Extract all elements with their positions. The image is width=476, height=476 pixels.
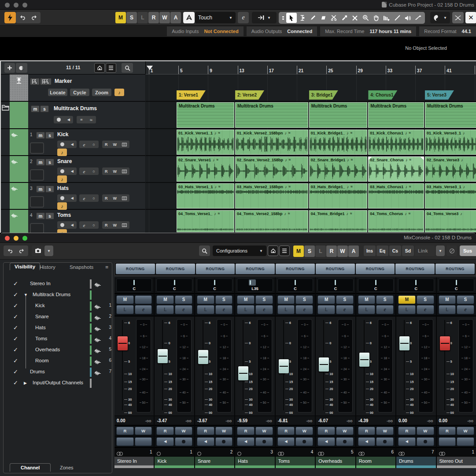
edit-channel-button[interactable]: e [417,305,434,314]
hand-tool[interactable] [371,13,381,23]
activate-project-button[interactable] [4,12,16,23]
gain-value[interactable]: 0.00 [117,418,125,423]
channel-visibility-label[interactable]: Input/Output Channels [33,380,83,385]
routing-rack-header[interactable]: ROUTING [196,264,235,274]
audio-event[interactable]: 02_Snare_Verse1♪≈ [177,156,234,182]
folder-event[interactable]: Multitrack Drums [235,102,308,128]
edit-channel-button[interactable]: e [255,305,273,314]
combine-tool[interactable] [280,13,286,23]
marker-zoom-button[interactable]: Zoom [92,89,111,96]
audio-event[interactable]: 02_Snare_Bridge1♪≈ [309,156,368,182]
read-automation-button[interactable]: R [277,427,295,435]
tab-snapshots[interactable]: Snapshots [70,264,93,270]
monitor-button[interactable]: ◀ [197,437,214,446]
insert-bypass-icon[interactable]: ○ [92,196,95,201]
record-enable-button[interactable] [417,437,434,446]
time-warp-tool[interactable] [413,13,424,23]
write-automation-button[interactable]: W [417,427,434,435]
erase-tool[interactable] [318,13,328,23]
channel-visibility-label[interactable]: Kick [35,303,45,308]
redo-button[interactable] [16,246,26,256]
autoscroll-button[interactable]: ▼ [252,12,277,23]
record-enable-icon[interactable] [57,118,61,122]
line-tool[interactable] [392,13,402,23]
automation-s-button[interactable]: S [126,12,137,23]
close-window-icon[interactable] [5,236,10,241]
routing-rack-header[interactable]: ROUTING [276,264,315,274]
mute-button[interactable]: M [439,295,456,305]
audio-event[interactable]: 01_Kick_Chorus1♪≈ [368,130,424,155]
edit-channel-icon[interactable]: e [83,196,85,201]
record-enable-button[interactable] [336,437,354,446]
visibility-item[interactable]: ✓Toms4 [4,334,112,345]
fader-handle[interactable] [157,349,168,364]
rack-filter-ins-button[interactable]: Ins [364,245,376,256]
visibility-item[interactable]: ✓Snare2 [4,312,112,323]
fader-handle[interactable] [439,336,450,351]
track-name[interactable]: Toms [57,212,71,218]
auto-fade-button[interactable]: ✕ [465,12,476,23]
zoom-window-icon[interactable] [22,236,27,241]
read-automation-icon[interactable]: R [105,169,108,174]
mute-button[interactable]: M [197,295,214,305]
edit-channel-button[interactable]: e [376,305,394,314]
search-channels-button[interactable] [199,245,210,256]
routing-rack-header[interactable]: ROUTING [116,264,155,274]
mute-track-button[interactable]: m [36,186,45,193]
track-name[interactable]: Snare [57,158,72,164]
snapshot-menu-button[interactable]: ▼ [44,245,53,256]
audio-event[interactable]: 03_Hats_Bridge1_♪≈ [309,183,368,208]
expand-icon[interactable]: ▶ [24,381,27,385]
listen-button[interactable]: L [156,305,174,314]
automation-s-button[interactable]: S [304,245,315,257]
edit-channel-button[interactable]: e [336,305,354,314]
fader-handle[interactable] [399,336,410,351]
track-row-hats[interactable]: 3msHats◀e○RW♪ [1,183,145,210]
mute-track-button[interactable]: m [36,159,45,166]
read-automation-button[interactable]: R [439,427,456,435]
audio-event[interactable]: 01_Kick_Verse2_158bpn♪≈ [235,130,308,155]
selection-handle[interactable] [421,157,424,160]
visibility-item[interactable]: ✓▼Multitrack Drums [4,290,112,301]
fader-handle[interactable] [278,359,289,374]
glue-tool[interactable] [339,13,350,23]
write-automation-button[interactable]: W [376,427,394,435]
solo-button[interactable] [135,295,152,305]
solo-track-button[interactable]: s [45,159,54,166]
listen-button[interactable]: L [277,305,295,314]
visibility-checkmark[interactable]: ✓ [13,313,18,320]
mute-track-button[interactable]: m [31,105,40,112]
visibility-item[interactable]: ✓Stereo In [4,279,112,290]
audio-event[interactable]: 02_Snare_Verse2_158bp♪≈ [235,156,308,182]
read-automation-button[interactable]: R [398,427,416,435]
insert-bypass-icon[interactable]: ○ [92,169,95,174]
automation-panel-button[interactable] [183,12,195,23]
solo-button[interactable]: S [417,295,434,305]
add-marker-button[interactable] [30,78,40,85]
channel-visibility-label[interactable]: Snare [35,314,49,319]
mute-tool[interactable] [350,13,360,23]
read-automation-button[interactable]: R [317,427,335,435]
read-automation-icon[interactable]: R [105,142,108,147]
audio-event[interactable]: 03_Hats_Verse2_158bpn♪≈ [235,183,308,208]
musical-timebase-button[interactable]: ♪ [114,89,124,96]
cycle-marker[interactable]: 1: Verse1 [177,90,206,100]
undo-button[interactable] [18,13,28,23]
mute-button[interactable]: M [277,295,295,305]
link-menu-button[interactable]: ▼ [436,245,445,256]
phase-coherent-icon[interactable]: ≈ [90,117,92,123]
solo-track-button[interactable]: s [45,132,54,139]
gain-value[interactable]: -9.59 [237,418,247,423]
automation-w-button[interactable]: W [159,12,170,23]
visibility-item[interactable]: ✓▶Input/Output Channels [4,378,112,389]
redo-button[interactable] [28,13,39,23]
automation-w-button[interactable]: W [337,245,348,257]
routing-rack-header[interactable]: ROUTING [156,264,195,274]
solo-button[interactable]: S [295,295,313,305]
audio-event[interactable]: 04_Toms_Chorus♪≈ [368,210,424,232]
mute-button[interactable]: M [237,295,255,305]
link-button[interactable]: Link [415,245,435,256]
record-enable-icon[interactable] [60,169,64,173]
record-enable-button[interactable] [175,437,192,446]
object-selection-tool[interactable] [286,13,297,23]
